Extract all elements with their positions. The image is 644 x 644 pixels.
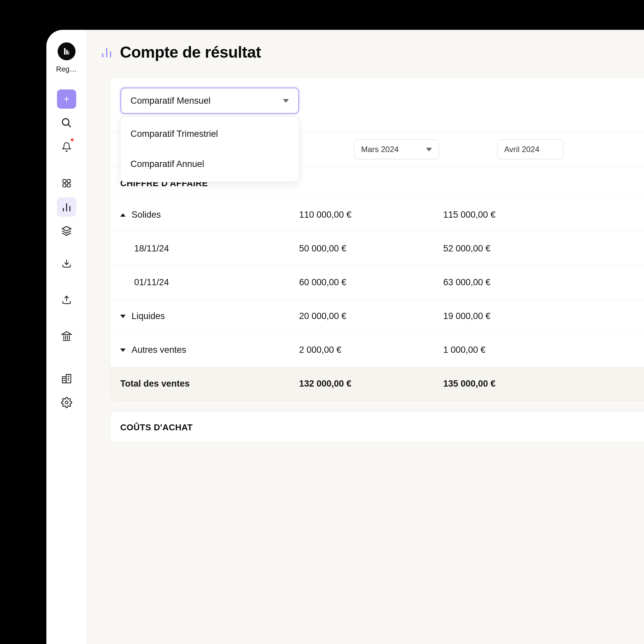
period-select-1[interactable]: Mars 2024	[354, 139, 439, 159]
comparator-menu: Comparatif Trimestriel Comparatif Annuel	[120, 116, 299, 182]
row-value-1: 50 000,00 €	[299, 243, 443, 254]
comparator-selected: Comparatif Mensuel	[131, 96, 211, 106]
svg-rect-5	[67, 184, 70, 187]
row-value-2: 52 000,00 €	[443, 243, 587, 254]
row-value-1: 60 000,00 €	[299, 277, 443, 288]
total-value-2: 135 000,00 €	[443, 379, 587, 389]
sidebar: Reg…	[46, 30, 87, 644]
comparator-option-annual[interactable]: Comparatif Annuel	[121, 149, 299, 179]
table-row[interactable]: Solides 110 000,00 € 115 000,00 €	[110, 198, 644, 232]
svg-rect-4	[63, 184, 66, 187]
caret-up-icon	[120, 213, 126, 217]
total-value-1: 132 000,00 €	[299, 379, 443, 389]
period-select-2[interactable]: Avril 2024	[497, 139, 563, 159]
gear-icon	[61, 397, 72, 408]
period-1-label: Mars 2024	[361, 145, 399, 154]
notification-badge	[70, 138, 74, 142]
grid-icon	[62, 178, 72, 188]
row-value-1: 2 000,00 €	[299, 345, 443, 355]
row-label: Liquides	[132, 311, 165, 321]
sidebar-upload[interactable]	[57, 290, 76, 309]
sidebar-notifications[interactable]	[57, 137, 76, 156]
period-2-label: Avril 2024	[504, 145, 539, 154]
logo-icon	[62, 47, 71, 56]
svg-line-1	[68, 124, 71, 127]
page-header: Compte de résultat	[100, 43, 644, 61]
sidebar-reports[interactable]	[57, 197, 76, 217]
layers-icon	[61, 226, 72, 236]
app-window: Reg…	[46, 30, 644, 644]
chevron-down-icon	[426, 148, 432, 151]
svg-rect-19	[66, 374, 71, 383]
row-value-2: 19 000,00 €	[443, 311, 587, 321]
caret-down-icon	[120, 315, 126, 318]
buildings-icon	[61, 373, 72, 384]
svg-rect-2	[63, 180, 66, 183]
row-label: Autres ventes	[132, 345, 186, 355]
row-label: Solides	[132, 210, 161, 220]
table-row[interactable]: 18/11/24 50 000,00 € 52 000,00 €	[110, 232, 644, 265]
sidebar-buildings[interactable]	[57, 369, 76, 388]
sidebar-apps[interactable]	[57, 174, 76, 193]
row-value-1: 20 000,00 €	[299, 311, 443, 321]
sidebar-settings[interactable]	[57, 393, 76, 412]
row-label: 01/11/24	[134, 277, 169, 288]
bar-chart-icon	[61, 201, 72, 213]
bank-icon	[61, 331, 72, 342]
row-value-2: 115 000,00 €	[443, 210, 587, 220]
comparator-option-quarterly[interactable]: Comparatif Trimestriel	[121, 119, 299, 149]
sidebar-search[interactable]	[57, 113, 76, 133]
bar-chart-icon	[100, 46, 113, 59]
row-value-1: 110 000,00 €	[299, 210, 443, 220]
upload-icon	[62, 295, 72, 305]
row-label: 18/11/24	[134, 243, 169, 254]
chevron-down-icon	[283, 99, 289, 103]
caret-down-icon	[120, 349, 126, 352]
bell-icon	[62, 142, 72, 152]
plus-icon	[62, 95, 71, 103]
svg-rect-18	[62, 377, 66, 383]
sidebar-download[interactable]	[57, 254, 76, 273]
costs-title: COÛTS D'ACHAT	[110, 411, 644, 442]
search-icon	[61, 117, 72, 129]
svg-marker-12	[62, 332, 71, 335]
row-value-2: 1 000,00 €	[443, 345, 587, 355]
total-label: Total des ventes	[120, 379, 190, 389]
sidebar-bank[interactable]	[57, 327, 76, 346]
comparator-trigger[interactable]: Comparatif Mensuel	[120, 87, 299, 114]
sidebar-add-button[interactable]	[57, 89, 76, 109]
download-icon	[62, 258, 72, 268]
table-row[interactable]: Liquides 20 000,00 € 19 000,00 €	[110, 299, 644, 333]
costs-section: COÛTS D'ACHAT	[110, 411, 644, 442]
revenue-section: Comparatif Mensuel Comparatif Trimestrie…	[110, 77, 644, 401]
table-row[interactable]: 01/11/24 60 000,00 € 63 000,00 €	[110, 265, 644, 299]
comparator-dropdown: Comparatif Mensuel Comparatif Trimestrie…	[120, 87, 299, 114]
svg-point-0	[62, 119, 69, 125]
table-row[interactable]: Autres ventes 2 000,00 € 1 000,00 €	[110, 333, 644, 367]
table-row-total: Total des ventes 132 000,00 € 135 000,00…	[110, 367, 644, 401]
org-logo[interactable]	[58, 42, 76, 60]
sidebar-layers[interactable]	[57, 221, 76, 241]
svg-rect-3	[67, 180, 70, 183]
row-value-2: 63 000,00 €	[443, 277, 587, 288]
main-content: Compte de résultat Comparatif Mensuel Co…	[87, 30, 644, 644]
svg-point-25	[65, 401, 68, 404]
org-name: Reg…	[56, 65, 77, 74]
page-title: Compte de résultat	[120, 43, 261, 61]
svg-marker-9	[62, 227, 71, 231]
